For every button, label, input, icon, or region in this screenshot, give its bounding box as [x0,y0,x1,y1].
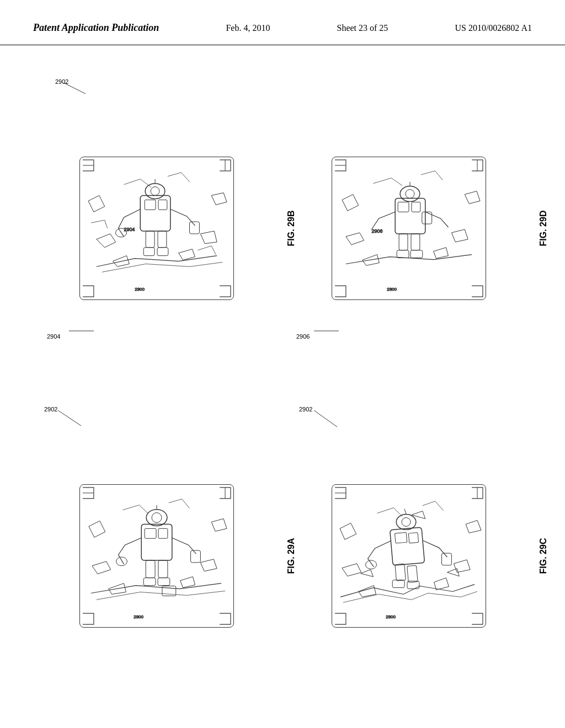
svg-point-57 [396,515,416,530]
svg-rect-39 [158,528,167,538]
svg-rect-12 [146,231,154,248]
figure-29c-svg: 2900 [332,485,486,627]
figure-29d-diagram: 2906 2900 [332,157,486,300]
svg-rect-55 [395,532,407,543]
figure-29a-diagram: 2900 [79,484,234,628]
svg-rect-44 [190,550,200,563]
figure-29c-diagram: 2900 [332,484,486,628]
svg-point-58 [402,518,411,527]
svg-point-24 [400,186,420,202]
svg-rect-31 [410,250,422,258]
figure-29d-container: 2906 [291,73,526,384]
svg-text:2900: 2900 [134,614,143,619]
figure-29a-container: 2902 [39,400,274,711]
svg-rect-5 [145,200,156,210]
svg-rect-13 [157,231,166,248]
page-header: Patent Application Publication Feb. 4, 2… [0,0,565,45]
svg-point-40 [146,510,167,526]
svg-rect-38 [145,528,156,538]
svg-rect-62 [395,564,405,581]
svg-point-43 [116,557,127,566]
publication-title: Patent Application Publication [33,22,159,34]
svg-rect-46 [158,560,167,578]
svg-rect-29 [411,234,419,250]
ref-2906: 2906 [296,333,310,340]
svg-point-25 [406,190,414,199]
figure-29a-svg: 2900 [80,485,233,627]
figure-29c-container: 2902 [291,400,526,711]
svg-text:2906: 2906 [371,228,382,234]
ref-2902-bottom-left: 2902 [44,406,57,413]
sheet-number: Sheet 23 of 25 [337,23,388,33]
svg-point-8 [151,187,159,196]
svg-rect-48 [157,578,169,586]
svg-rect-30 [397,250,409,258]
svg-rect-64 [392,580,404,588]
figure-29b-svg: 2904 2900 [80,157,233,299]
svg-rect-11 [189,222,199,234]
ref-2904: 2904 [47,333,60,340]
ref-2902-bottom-right: 2902 [299,406,312,413]
svg-line-51 [314,410,337,427]
svg-rect-21 [395,198,425,234]
svg-text:2900: 2900 [135,287,145,292]
svg-rect-45 [146,560,155,578]
callout-line-2904 [69,325,97,336]
figure-29b-container: 2902 2904 [39,73,274,384]
svg-rect-22 [398,202,409,212]
patent-number: US 2010/0026802 A1 [455,23,532,33]
svg-rect-28 [399,234,408,250]
svg-point-41 [152,513,162,523]
svg-line-34 [58,410,81,426]
callout-line-2902-bl [58,410,88,432]
fig-29d-label: FIG. 29D [539,211,548,247]
svg-rect-61 [441,553,451,565]
fig-29c-label: FIG. 29C [539,538,548,574]
svg-text:2904: 2904 [124,227,135,232]
svg-rect-47 [143,578,156,586]
svg-text:2900: 2900 [386,614,396,619]
svg-rect-6 [158,200,167,210]
figure-29b-diagram: 2904 2900 [79,157,234,300]
svg-line-59 [404,509,406,515]
figure-29d-svg: 2906 2900 [332,157,486,299]
svg-text:2900: 2900 [387,287,397,292]
svg-rect-27 [422,212,431,224]
svg-line-0 [63,83,86,94]
publication-date: Feb. 4, 2010 [226,23,270,33]
svg-point-60 [365,560,376,569]
svg-rect-23 [411,202,420,212]
svg-point-7 [145,184,165,199]
svg-rect-63 [407,565,417,582]
callout-line-2902 [63,83,91,99]
callout-line-2902-br [314,410,344,432]
svg-rect-54 [390,527,424,565]
callout-line-2906 [314,325,342,336]
svg-rect-15 [157,248,168,256]
svg-rect-14 [143,248,154,256]
svg-rect-56 [408,533,418,543]
